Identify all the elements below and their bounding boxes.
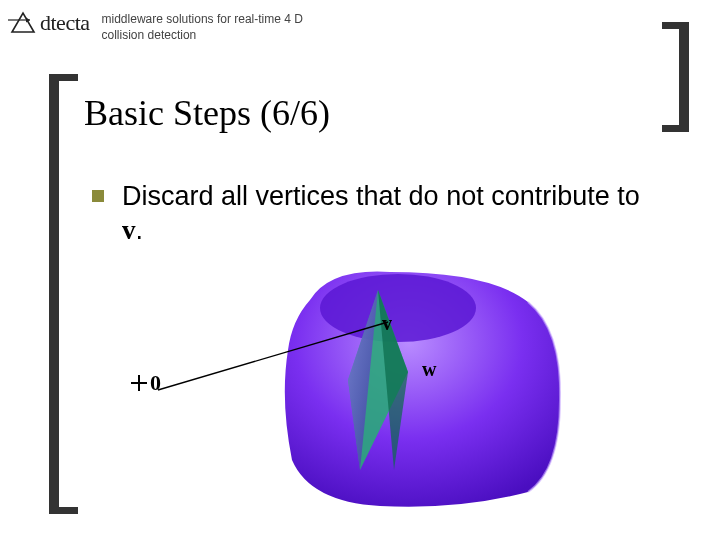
- bullet-text: Discard all vertices that do not contrib…: [122, 180, 652, 248]
- bracket-left-icon: [48, 74, 84, 514]
- slide-body: Discard all vertices that do not contrib…: [92, 180, 652, 248]
- plus-icon: [130, 374, 148, 392]
- logo-triangle-icon: [8, 10, 38, 36]
- figure-svg: [130, 260, 570, 510]
- bullet-suffix: .: [136, 215, 144, 245]
- svg-point-3: [320, 274, 476, 342]
- label-v: v: [382, 312, 392, 335]
- label-w: w: [422, 358, 436, 381]
- slide-header: dtecta middleware solutions for real-tim…: [8, 10, 332, 43]
- svg-marker-0: [12, 13, 34, 32]
- brand-name: dtecta: [40, 10, 90, 36]
- bullet-item: Discard all vertices that do not contrib…: [92, 180, 652, 248]
- brand-logo: dtecta: [8, 10, 90, 36]
- origin-label: 0: [150, 370, 161, 396]
- figure-diagram: 0 v w: [130, 260, 570, 510]
- bracket-right-icon: [660, 22, 690, 132]
- bullet-prefix: Discard all vertices that do not contrib…: [122, 181, 640, 211]
- bullet-square-icon: [92, 190, 104, 202]
- slide-title: Basic Steps (6/6): [84, 92, 330, 134]
- brand-tagline: middleware solutions for real-time 4 D c…: [102, 12, 332, 43]
- origin-marker: 0: [130, 370, 161, 396]
- bullet-var: v: [122, 215, 136, 245]
